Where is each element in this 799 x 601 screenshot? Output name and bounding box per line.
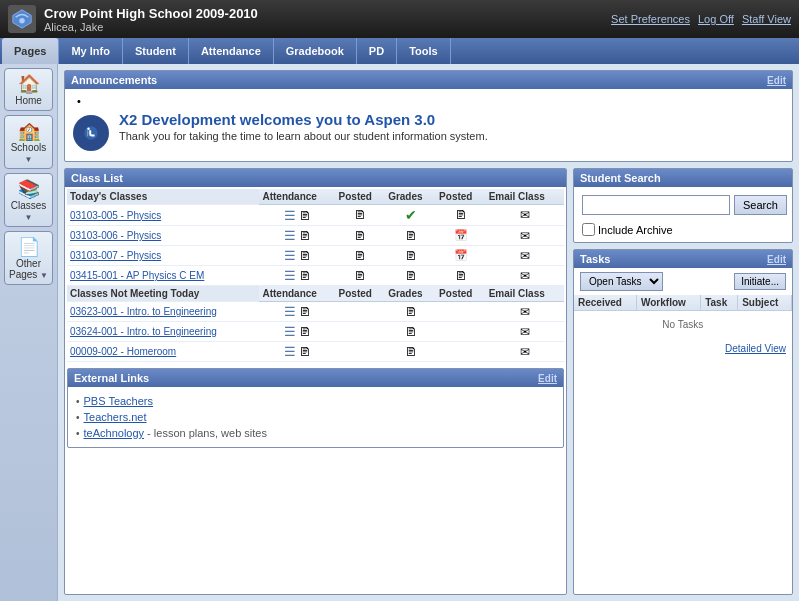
pbs-teachers-link[interactable]: PBS Teachers [84,395,154,407]
class-name[interactable]: 03103-007 - Physics [67,246,259,266]
nav-my-info[interactable]: My Info [59,38,123,64]
teachers-net-link[interactable]: Teachers.net [84,411,147,423]
email-icon[interactable]: ✉ [520,269,530,283]
email-icon[interactable]: ✉ [520,229,530,243]
export-icon2[interactable]: 🖹 [354,269,366,283]
grades-cell[interactable]: 🖹 [385,266,436,286]
grades-cell[interactable]: 🖹 [385,342,436,362]
grades-cell[interactable]: 🖹 [385,226,436,246]
attendance-cell[interactable]: ☰ 🖹 [259,266,335,286]
grade-export-icon[interactable]: 🖹 [455,208,467,222]
nav-pd[interactable]: PD [357,38,397,64]
nav-pages[interactable]: Pages [2,38,59,64]
list-icon[interactable]: ☰ [284,324,296,339]
email-cell[interactable]: ✉ [486,302,564,322]
class-name[interactable]: 03415-001 - AP Physics C EM [67,266,259,286]
posted-cell1[interactable]: 🖹 [336,226,386,246]
class-name[interactable]: 00009-002 - Homeroom [67,342,259,362]
class-name[interactable]: 03623-001 - Intro. to Engineering [67,302,259,322]
initiate-button[interactable]: Initiate... [734,273,786,290]
search-input[interactable] [582,195,730,215]
detailed-view-link[interactable]: Detailed View [725,343,786,354]
email-cell[interactable]: ✉ [486,342,564,362]
email-cell[interactable]: ✉ [486,205,564,226]
teacnology-link[interactable]: teAchnology [84,427,145,439]
external-links-edit[interactable]: Edit [538,373,557,384]
posted-cell2[interactable]: 🖹 [436,205,486,226]
sidebar-other-pages[interactable]: 📄 Other Pages ▼ [4,231,53,285]
export-icon[interactable]: 🖹 [299,249,311,263]
email-icon[interactable]: ✉ [520,305,530,319]
cal-icon[interactable]: 📅 [454,229,468,241]
posted-cell2[interactable]: 🖹 [436,266,486,286]
class-name[interactable]: 03103-006 - Physics [67,226,259,246]
cal-icon[interactable]: 📅 [454,249,468,261]
sidebar-classes[interactable]: 📚 Classes ▼ [4,173,53,227]
posted-cell1[interactable] [336,302,386,322]
email-icon[interactable]: ✉ [520,345,530,359]
list-icon[interactable]: ☰ [284,344,296,359]
export-icon2[interactable]: 🖹 [354,229,366,243]
attendance-cell[interactable]: ☰ 🖹 [259,302,335,322]
list-icon[interactable]: ☰ [284,208,296,223]
email-cell[interactable]: ✉ [486,246,564,266]
email-icon[interactable]: ✉ [520,208,530,222]
list-icon[interactable]: ☰ [284,304,296,319]
grade-icon[interactable]: 🖹 [405,325,417,339]
posted-cell2[interactable] [436,322,486,342]
export-icon[interactable]: 🖹 [299,305,311,319]
email-icon[interactable]: ✉ [520,249,530,263]
attendance-cell[interactable]: ☰ 🖹 [259,342,335,362]
posted-cell1[interactable] [336,322,386,342]
tasks-edit[interactable]: Edit [767,254,786,265]
export-icon[interactable]: 🖹 [299,345,311,359]
nav-student[interactable]: Student [123,38,189,64]
grades-cell[interactable]: 🖹 [385,246,436,266]
set-preferences-link[interactable]: Set Preferences [611,13,690,25]
sidebar-schools[interactable]: 🏫 Schools ▼ [4,115,53,169]
posted-cell1[interactable]: 🖹 [336,266,386,286]
grade-icon[interactable]: 🖹 [405,249,417,263]
export-icon2[interactable]: 🖹 [354,249,366,263]
attendance-cell[interactable]: ☰ 🖹 [259,246,335,266]
attendance-cell[interactable]: ☰ 🖹 [259,226,335,246]
attendance-cell[interactable]: ☰ 🖹 [259,322,335,342]
export-icon[interactable]: 🖹 [299,269,311,283]
grade-icon[interactable]: 🖹 [405,345,417,359]
posted-cell1[interactable]: 🖹 [336,205,386,226]
posted-cell2[interactable]: 📅 [436,246,486,266]
grades-cell[interactable]: 🖹 [385,322,436,342]
search-button[interactable]: Search [734,195,787,215]
email-cell[interactable]: ✉ [486,322,564,342]
tasks-select[interactable]: Open Tasks [580,272,663,291]
list-icon[interactable]: ☰ [284,228,296,243]
announcements-edit[interactable]: Edit [767,75,786,86]
log-off-link[interactable]: Log Off [698,13,734,25]
sidebar-home[interactable]: 🏠 Home [4,68,53,111]
nav-tools[interactable]: Tools [397,38,451,64]
export-icon[interactable]: 🖹 [299,325,311,339]
nav-attendance[interactable]: Attendance [189,38,274,64]
posted-cell1[interactable] [336,342,386,362]
export-icon[interactable]: 🖹 [299,209,311,223]
list-icon[interactable]: ☰ [284,248,296,263]
class-name[interactable]: 03103-005 - Physics [67,205,259,226]
posted-cell1[interactable]: 🖹 [336,246,386,266]
export-icon2[interactable]: 🖹 [354,208,366,222]
email-cell[interactable]: ✉ [486,266,564,286]
attendance-cell[interactable]: ☰ 🖹 [259,205,335,226]
list-icon[interactable]: ☰ [284,268,296,283]
nav-gradebook[interactable]: Gradebook [274,38,357,64]
grades-cell[interactable]: 🖹 [385,302,436,322]
posted-cell2[interactable] [436,302,486,322]
grade-icon[interactable]: 🖹 [405,305,417,319]
posted-cell2[interactable]: 📅 [436,226,486,246]
class-name[interactable]: 03624-001 - Intro. to Engineering [67,322,259,342]
export-icon[interactable]: 🖹 [299,229,311,243]
grade-icon[interactable]: 🖹 [405,269,417,283]
grades-cell[interactable]: ✔ [385,205,436,226]
include-archive-checkbox[interactable] [582,223,595,236]
email-icon[interactable]: ✉ [520,325,530,339]
grade-icon[interactable]: 🖹 [405,229,417,243]
posted-cell2[interactable] [436,342,486,362]
